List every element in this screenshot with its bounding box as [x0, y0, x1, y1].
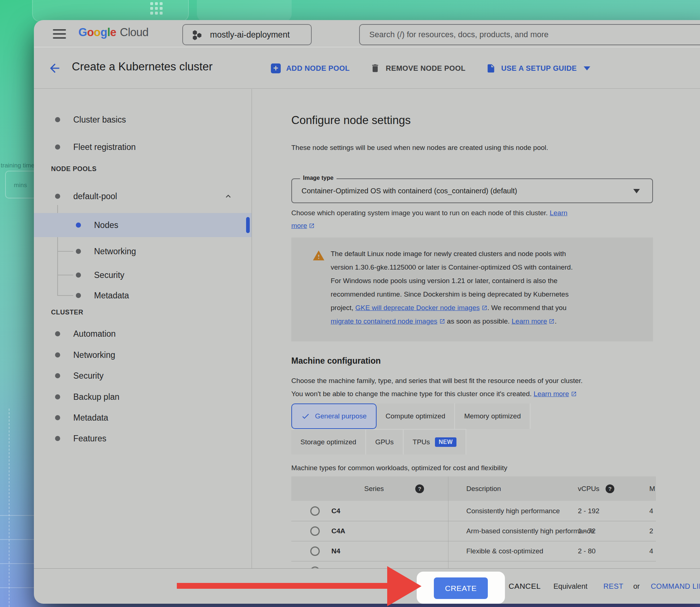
search-input[interactable]: [360, 25, 700, 45]
equivalent-label: Equivalent: [553, 569, 587, 604]
sidebar-item-security[interactable]: Security: [34, 265, 252, 285]
tabs-row-1: General purposeCompute optimizedMemory o…: [291, 403, 530, 429]
radio-button[interactable]: [310, 546, 320, 556]
use-setup-guide-button[interactable]: USE A SETUP GUIDE: [486, 63, 590, 73]
chevron-up-icon[interactable]: [223, 192, 233, 201]
external-link-icon: [309, 223, 315, 229]
series-value: N4: [331, 547, 340, 555]
sidebar-item-label: default-pool: [73, 192, 117, 201]
memory-value: 4: [649, 507, 653, 515]
tab-gpus[interactable]: GPUs: [366, 429, 404, 455]
radio-button[interactable]: [310, 506, 320, 516]
background-gridline: [0, 515, 34, 516]
background-gridline: [9, 409, 9, 607]
sidebar-section-node-pools: NODE POOLS: [51, 164, 97, 174]
table-row-c4a[interactable]: C4AArm-based consistently high performan…: [291, 521, 656, 541]
tab-memory-optimized[interactable]: Memory optimized: [455, 403, 530, 429]
project-name: mostly-ai-deployment: [210, 30, 290, 40]
rest-link[interactable]: REST: [603, 569, 623, 604]
sidebar-item-label: Networking: [73, 350, 115, 360]
sidebar-item-security[interactable]: Security: [34, 366, 252, 386]
tab-storage-optimized[interactable]: Storage optimized: [291, 429, 366, 455]
menu-icon[interactable]: [53, 29, 66, 39]
cancel-button[interactable]: CANCEL: [509, 569, 541, 604]
tab-label: General purpose: [315, 412, 367, 420]
table-rows: C4Consistently high performance2 - 1924C…: [291, 501, 656, 568]
project-selector[interactable]: mostly-ai-deployment: [182, 24, 312, 45]
radio-button[interactable]: [310, 526, 320, 536]
description-value: Arm-based consistently high performance: [466, 527, 594, 535]
sidebar-item-metadata[interactable]: Metadata: [34, 408, 252, 428]
tabs-row-2: Storage optimizedGPUsTPUsNEW: [291, 429, 530, 455]
image-type-select[interactable]: Image type Container-Optimized OS with c…: [291, 178, 653, 203]
warning-banner: The default Linux node image for newly c…: [291, 237, 653, 341]
warning-link[interactable]: migrate to containerd node images: [331, 317, 445, 325]
step-bullet-icon: [55, 331, 60, 336]
back-arrow-icon[interactable]: [48, 61, 62, 75]
sidebar-item-label: Networking: [94, 247, 136, 256]
table-row-c4[interactable]: C4Consistently high performance2 - 1924: [291, 501, 656, 521]
sidebar-item-backup-plan[interactable]: Backup plan: [34, 387, 252, 407]
tab-general-purpose[interactable]: General purpose: [291, 403, 377, 429]
sidebar-item-networking[interactable]: Networking: [34, 345, 252, 365]
add-node-pool-button[interactable]: + ADD NODE POOL: [271, 63, 350, 73]
annotation-arrow-shaft: [177, 583, 392, 589]
learn-more-link[interactable]: Learn more: [534, 390, 577, 398]
warning-icon: [312, 250, 325, 262]
tab-compute-optimized[interactable]: Compute optimized: [377, 403, 455, 429]
machine-configuration-desc: Choose the machine family, type, and ser…: [291, 374, 656, 401]
col-vcpus: vCPUs: [578, 485, 599, 493]
sidebar: Cluster basicsFleet registrationNODE POO…: [34, 89, 252, 568]
column-divider: [448, 501, 448, 521]
sidebar-item-label: Nodes: [94, 220, 118, 230]
trash-icon: [370, 63, 380, 73]
tab-label: Storage optimized: [300, 438, 356, 446]
tab-tpus[interactable]: TPUsNEW: [404, 429, 466, 455]
step-bullet-icon: [55, 144, 60, 150]
step-bullet-icon: [55, 352, 60, 357]
window-body: Cluster basicsFleet registrationNODE POO…: [34, 89, 700, 568]
sidebar-item-label: Metadata: [73, 413, 108, 423]
sidebar-item-metadata[interactable]: Metadata: [34, 286, 252, 305]
table-row-n4[interactable]: N4Flexible & cost-optimized2 - 804: [291, 541, 656, 561]
sidebar-item-features[interactable]: Features: [34, 429, 252, 448]
column-divider: [448, 521, 448, 541]
image-type-help-text: Choose which operating system image you …: [291, 209, 550, 217]
command-line-link[interactable]: COMMAND LINE: [651, 569, 700, 604]
table-row-c3[interactable]: C3Consistently high performance4 - 1928: [291, 561, 656, 568]
section-title: Configure node settings: [291, 114, 411, 127]
step-bullet-icon: [76, 293, 81, 298]
background-mins-label: mins: [14, 182, 27, 189]
table-header: Series ? Description vCPUs ? M: [291, 476, 656, 501]
help-icon[interactable]: ?: [606, 484, 614, 493]
background-gridline: [0, 587, 34, 588]
create-button[interactable]: CREATE: [434, 577, 488, 599]
plus-icon: +: [271, 63, 281, 73]
sidebar-item-fleet-registration[interactable]: Fleet registration: [34, 137, 252, 157]
project-icon: [192, 28, 203, 41]
remove-node-pool-button[interactable]: REMOVE NODE POOL: [370, 63, 466, 73]
step-bullet-icon: [76, 223, 81, 228]
sidebar-item-label: Metadata: [94, 291, 129, 301]
sidebar-item-cluster-basics[interactable]: Cluster basics: [34, 110, 252, 129]
sidebar-item-networking[interactable]: Networking: [34, 241, 252, 261]
warning-link[interactable]: GKE will deprecate Docker node images: [355, 304, 487, 312]
page-title: Create a Kubernetes cluster: [72, 60, 213, 73]
warning-link[interactable]: Learn more: [512, 317, 555, 325]
image-type-value: Container-Optimized OS with containerd (…: [302, 179, 517, 202]
column-divider: [448, 476, 448, 501]
browser-window: GoogleCloud mostly-ai-deployment Create …: [34, 20, 700, 604]
sidebar-item-nodes[interactable]: Nodes: [34, 213, 252, 237]
tab-label: TPUs: [413, 438, 430, 446]
sidebar-item-default-pool[interactable]: default-pool: [34, 186, 252, 206]
create-button-spotlight: CREATE: [417, 572, 505, 604]
sidebar-item-automation[interactable]: Automation: [34, 324, 252, 344]
help-icon[interactable]: ?: [415, 484, 424, 493]
step-bullet-icon: [55, 373, 60, 378]
step-bullet-icon: [55, 117, 60, 122]
background-card: [32, 0, 189, 22]
active-step-indicator: [246, 217, 250, 233]
tab-label: GPUs: [375, 438, 394, 446]
sidebar-item-label: Fleet registration: [73, 142, 136, 152]
sidebar-item-label: Cluster basics: [73, 115, 126, 125]
